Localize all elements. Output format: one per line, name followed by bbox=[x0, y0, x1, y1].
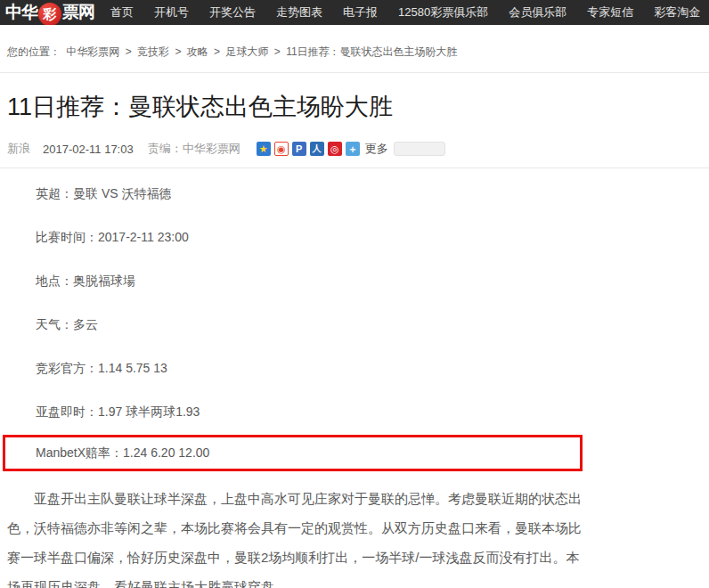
nav-item-trend-charts[interactable]: 走势图表 bbox=[276, 4, 322, 20]
tencent-pengyou-icon[interactable] bbox=[292, 142, 306, 156]
nav-item-12580-club[interactable]: 12580彩票俱乐部 bbox=[398, 4, 488, 20]
nav-item-e-paper[interactable]: 电子报 bbox=[343, 4, 378, 20]
analysis-paragraph: 亚盘开出主队曼联让球半深盘，上盘中高水可见庄家对于曼联的忌惮。考虑曼联近期的状态… bbox=[7, 484, 586, 588]
breadcrumb-link-site[interactable]: 中华彩票网 bbox=[66, 45, 119, 58]
logo-text-left: 中华 bbox=[5, 1, 37, 24]
article-meta-row: 新浪 2017-02-11 17:03 责编：中华彩票网 更多 bbox=[7, 141, 591, 157]
article-container: 11日推荐：曼联状态出色主场盼大胜 新浪 2017-02-11 17:03 责编… bbox=[7, 91, 591, 157]
publish-datetime: 2017-02-11 17:03 bbox=[43, 143, 134, 156]
manbetx-odds-line: ManbetX赔率：1.24 6.20 12.00 bbox=[5, 445, 209, 461]
people-weibo-icon[interactable] bbox=[328, 142, 342, 156]
nav-item-caike-gold[interactable]: 彩客淘金 bbox=[654, 4, 700, 20]
source-link[interactable]: 新浪 bbox=[7, 141, 30, 157]
asian-handicap-line: 亚盘即时：1.97 球半两球1.93 bbox=[7, 403, 591, 421]
breadcrumb-separator: > bbox=[274, 45, 281, 58]
breadcrumb-prefix: 您的位置： bbox=[7, 45, 61, 58]
share-bar: 更多 bbox=[257, 141, 445, 157]
nav-item-expert-sms[interactable]: 专家短信 bbox=[587, 4, 633, 20]
share-more-label[interactable]: 更多 bbox=[365, 141, 388, 157]
breadcrumb-separator: > bbox=[214, 45, 220, 58]
match-time-line: 比赛时间：2017-2-11 23:00 bbox=[7, 228, 591, 246]
page-title: 11日推荐：曼联状态出色主场盼大胜 bbox=[7, 91, 591, 123]
official-odds-line: 竞彩官方：1.14 5.75 13 bbox=[7, 359, 591, 377]
manbetx-odds-highlight-box: ManbetX赔率：1.24 6.20 12.00 bbox=[3, 435, 583, 471]
nav-item-draw-notice[interactable]: 开奖公告 bbox=[209, 4, 256, 20]
share-counter-pill bbox=[394, 142, 445, 156]
nav-item-open-number[interactable]: 开机号 bbox=[154, 4, 189, 20]
top-nav-bar: 中华 彩 票网 首页 开机号 开奖公告 走势图表 电子报 12580彩票俱乐部 … bbox=[0, 0, 709, 25]
breadcrumb-current: 11日推荐：曼联状态出色主场盼大胜 bbox=[286, 45, 457, 58]
breadcrumb-link-soccer-master[interactable]: 足球大师 bbox=[225, 45, 268, 58]
match-venue-line: 地点：奥脱福球場 bbox=[7, 272, 591, 290]
site-logo[interactable]: 中华 彩 票网 bbox=[5, 1, 94, 24]
match-league-line: 英超：曼联 VS 沃特福德 bbox=[7, 184, 591, 202]
editor-credit: 责编：中华彩票网 bbox=[148, 141, 240, 157]
breadcrumb-separator: > bbox=[175, 45, 181, 58]
breadcrumb: 您的位置： 中华彩票网 > 竞技彩 > 攻略 > 足球大师 > 11日推荐：曼联… bbox=[7, 45, 709, 60]
nav-item-member-club[interactable]: 会员俱乐部 bbox=[509, 4, 566, 20]
breadcrumb-link-jingjicai[interactable]: 竞技彩 bbox=[137, 45, 169, 58]
article-body: 英超：曼联 VS 沃特福德 比赛时间：2017-2-11 23:00 地点：奥脱… bbox=[7, 184, 591, 588]
match-weather-line: 天气：多云 bbox=[7, 315, 591, 333]
nav-item-home[interactable]: 首页 bbox=[110, 4, 134, 20]
sina-weibo-icon[interactable] bbox=[274, 142, 289, 156]
logo-text-right: 票网 bbox=[62, 1, 94, 24]
more-share-icon[interactable] bbox=[346, 142, 360, 156]
qzone-icon[interactable] bbox=[257, 142, 271, 156]
breadcrumb-separator: > bbox=[126, 45, 132, 58]
breadcrumb-link-strategy[interactable]: 攻略 bbox=[187, 45, 208, 58]
meta-divider bbox=[0, 167, 709, 168]
breadcrumb-divider bbox=[0, 72, 709, 73]
logo-red-circle-icon: 彩 bbox=[38, 3, 61, 25]
renren-icon[interactable] bbox=[310, 142, 324, 156]
